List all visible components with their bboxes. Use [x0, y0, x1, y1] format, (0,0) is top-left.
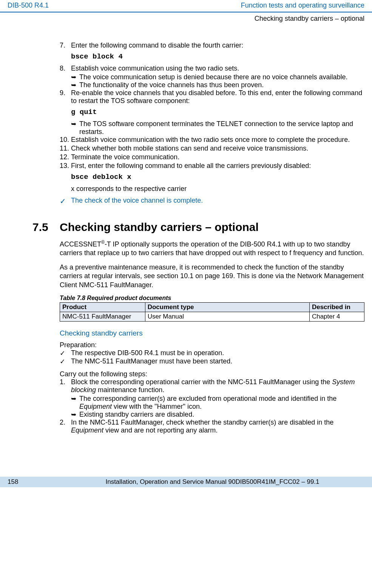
step-8: 8. Establish voice communication using t… — [60, 65, 364, 72]
arrow-icon: ➥ — [71, 120, 79, 128]
step-text: In the NMC-511 FaultManager, check wheth… — [71, 419, 364, 434]
step-number: 10. — [60, 136, 71, 144]
footer-text: Installation, Operation and Service Manu… — [60, 478, 364, 486]
code-block-1: bsce block 4 — [60, 52, 364, 61]
documents-table: Product Document type Described in NMC-5… — [60, 302, 364, 322]
arrow-icon: ➥ — [71, 81, 79, 89]
carry-out-label: Carry out the following steps: — [60, 370, 364, 378]
step-text: Check whether both mobile stations can s… — [71, 145, 364, 152]
result-text: The TOS software component terminates th… — [79, 120, 364, 136]
code-block-2: g quit — [60, 108, 364, 116]
page-footer: 158 Installation, Operation and Service … — [0, 477, 372, 487]
check-icon: ✓ — [60, 197, 71, 206]
prep-item-2: ✓ The NMC-511 FaultManager must have bee… — [60, 357, 364, 366]
step-12: 12. Terminate the voice communication. — [60, 153, 364, 161]
step-number: 8. — [60, 65, 71, 72]
text-pre: In the NMC-511 FaultManager, check wheth… — [71, 419, 333, 426]
table-caption: Table 7.8 Required product documents — [60, 295, 364, 302]
header-left: DIB-500 R4.1 — [8, 2, 49, 9]
header-right: Function tests and operating surveillanc… — [241, 2, 364, 9]
step-text: Establish voice communication using the … — [71, 65, 364, 72]
step-number: 1. — [60, 378, 71, 386]
td-described: Chapter 4 — [309, 312, 364, 321]
para1-post: -T IP optionally supports the operation … — [60, 240, 364, 257]
check-text: The check of the voice channel is comple… — [71, 197, 203, 206]
registered-icon: ® — [101, 240, 105, 245]
arrow-icon: ➥ — [71, 395, 79, 403]
step-7: 7. Enter the following command to disabl… — [60, 42, 364, 49]
step-text: Block the corresponding operational carr… — [71, 378, 364, 394]
section-title: Checking standby carriers – optional — [60, 221, 259, 234]
th-product: Product — [60, 302, 145, 312]
carry-step-2: 2. In the NMC-511 FaultManager, check wh… — [60, 419, 364, 434]
arrow-icon: ➥ — [71, 73, 79, 81]
text-pre: The corresponding carrier(s) are exclude… — [79, 395, 336, 402]
step-11: 11. Check whether both mobile stations c… — [60, 145, 364, 152]
step-number: 11. — [60, 145, 71, 152]
td-product: NMC-511 FaultManager — [60, 312, 145, 321]
carry-step-1: 1. Block the corresponding operational c… — [60, 378, 364, 394]
text-post: maintenance function. — [96, 386, 164, 394]
preparation-label: Preparation: — [60, 341, 364, 349]
header-sub: Checking standby carriers – optional — [0, 12, 372, 23]
check-icon: ✓ — [60, 357, 71, 366]
td-doctype: User Manual — [145, 312, 309, 321]
step-8-result-a: ➥ The voice communication setup is denie… — [60, 73, 364, 81]
step-9: 9. Re-enable the voice channels that you… — [60, 89, 364, 105]
subheading: Checking standby carriers — [60, 329, 364, 337]
result-text: The corresponding carrier(s) are exclude… — [79, 395, 364, 411]
result-text: The functionality of the voice channels … — [79, 81, 364, 89]
step-number: 7. — [60, 42, 71, 49]
text-em: Equipment — [79, 403, 112, 410]
step-number: 9. — [60, 89, 71, 97]
step-13-note: x corresponds to the respective carrier — [60, 185, 364, 193]
carry-1-result-a: ➥ The corresponding carrier(s) are exclu… — [60, 395, 364, 411]
para1-pre: ACCESSNET — [60, 240, 101, 248]
step-text: Re-enable the voice channels that you di… — [71, 89, 364, 105]
paragraph-1: ACCESSNET®-T IP optionally supports the … — [60, 240, 364, 258]
step-13: 13. First, enter the following command t… — [60, 162, 364, 170]
check-icon: ✓ — [60, 349, 71, 357]
paragraph-2: As a preventive maintenance measure, it … — [60, 263, 364, 289]
prep-text: The respective DIB-500 R4.1 must be in o… — [71, 349, 224, 357]
section-number: 7.5 — [32, 221, 60, 234]
step-9-result: ➥ The TOS software component terminates … — [60, 120, 364, 136]
step-10: 10. Establish voice communication with t… — [60, 136, 364, 144]
step-number: 13. — [60, 162, 71, 170]
page-number: 158 — [8, 478, 60, 486]
check-complete: ✓ The check of the voice channel is comp… — [60, 193, 364, 206]
prep-text: The NMC-511 FaultManager must have been … — [71, 357, 232, 366]
text-em: Equipment — [71, 426, 103, 434]
th-described: Described in — [309, 302, 364, 312]
result-text: Existing standby carriers are disabled. — [79, 411, 364, 419]
table-header-row: Product Document type Described in — [60, 302, 364, 312]
carry-1-result-b: ➥ Existing standby carriers are disabled… — [60, 411, 364, 419]
th-doctype: Document type — [145, 302, 309, 312]
step-text: Enter the following command to disable t… — [71, 42, 364, 49]
page-header: DIB-500 R4.1 Function tests and operatin… — [0, 0, 372, 12]
step-number: 12. — [60, 153, 71, 161]
table-row: NMC-511 FaultManager User Manual Chapter… — [60, 312, 364, 321]
step-text: First, enter the following command to en… — [71, 162, 364, 170]
prep-item-1: ✓ The respective DIB-500 R4.1 must be in… — [60, 349, 364, 357]
step-text: Terminate the voice communication. — [71, 153, 364, 161]
main-content: 7. Enter the following command to disabl… — [0, 23, 372, 446]
text-post: view and are not reporting any alarm. — [103, 426, 218, 434]
section-heading: 7.5 Checking standby carriers – optional — [60, 221, 364, 234]
step-text: Establish voice communication with the t… — [71, 136, 364, 144]
result-text: The voice communication setup is denied … — [79, 73, 364, 81]
text-pre: Block the corresponding operational carr… — [71, 378, 332, 386]
code-block-3: bsce deblock x — [60, 173, 364, 181]
step-number: 2. — [60, 419, 71, 426]
text-post: view with the "Hammer" icon. — [112, 403, 202, 410]
arrow-icon: ➥ — [71, 411, 79, 419]
step-8-result-b: ➥ The functionality of the voice channel… — [60, 81, 364, 89]
